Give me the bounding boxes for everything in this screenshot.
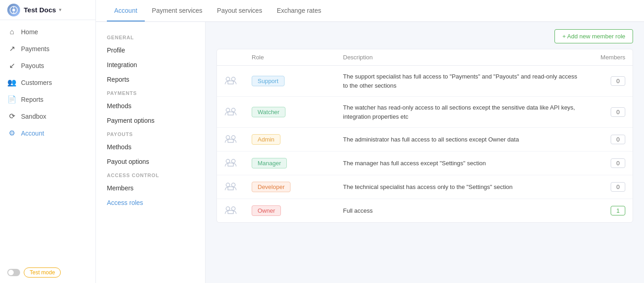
role-count-cell-support: 0 [580, 76, 625, 86]
svg-point-9 [232, 136, 235, 139]
sidebar-item-home[interactable]: ⌂Home [0, 24, 95, 40]
test-mode-toggle-wrap: Test mode [7, 267, 88, 278]
sidebar-footer: Test mode [0, 262, 95, 283]
add-new-member-role-button[interactable]: + Add new member role [554, 29, 633, 43]
role-icon-owner [224, 205, 252, 216]
tab-account[interactable]: Account [107, 0, 145, 21]
chevron-down-icon: ▾ [59, 7, 62, 13]
sidebar-item-payouts[interactable]: ↙Payouts [0, 57, 95, 74]
table-row: OwnerFull access1 [217, 199, 633, 222]
role-badge-support: Support [252, 76, 285, 86]
role-description-manager: The manager has full access except "Sett… [343, 159, 580, 168]
svg-point-8 [226, 136, 230, 139]
role-description-support: The support specialist has full access t… [343, 72, 580, 90]
role-count-manager: 0 [611, 158, 625, 168]
table-row: WatcherThe watcher has read-only access … [217, 97, 633, 128]
panel-header: + Add new member role [216, 29, 633, 43]
role-badge-cell-admin: Admin [252, 134, 343, 145]
menu-item-integration[interactable]: Integration [96, 58, 205, 72]
menu-item-access-roles[interactable]: Access roles [96, 195, 205, 210]
menu-item-members[interactable]: Members [96, 181, 205, 195]
col-members: Members [580, 54, 625, 61]
svg-point-10 [226, 159, 230, 163]
menu-section-label-access-control: ACCESS CONTROL [96, 169, 205, 181]
role-badge-owner: Owner [252, 205, 281, 216]
role-description-watcher: The watcher has read-only access to all … [343, 103, 580, 121]
col-icon [224, 54, 252, 61]
role-count-watcher: 0 [611, 107, 625, 117]
table-row: ManagerThe manager has full access excep… [217, 152, 633, 175]
role-count-admin: 0 [611, 135, 625, 144]
account-icon: ⚙ [7, 129, 16, 137]
home-icon: ⌂ [7, 28, 16, 36]
svg-point-1 [12, 9, 15, 11]
sidebar-item-sandbox[interactable]: ⟳Sandbox [0, 108, 95, 125]
role-badge-cell-developer: Developer [252, 182, 343, 192]
test-mode-toggle[interactable] [7, 269, 20, 276]
role-badge-watcher: Watcher [252, 107, 285, 117]
svg-point-4 [226, 77, 230, 81]
roles-table: Role Description Members SupportThe supp… [216, 49, 633, 223]
tab-payment-services[interactable]: Payment services [145, 0, 210, 21]
sandbox-icon: ⟳ [7, 112, 16, 121]
svg-point-11 [232, 159, 235, 163]
menu-section-label-payments: PAYMENTS [96, 87, 205, 99]
role-count-cell-admin: 0 [580, 135, 625, 144]
sidebar-header[interactable]: Test Docs ▾ [0, 0, 95, 20]
menu-section-label-general: GENERAL [96, 31, 205, 43]
svg-point-6 [226, 108, 230, 112]
svg-point-14 [226, 207, 230, 210]
payments-icon: ↗ [7, 44, 16, 53]
content-area: GENERALProfileIntegrationReportsPAYMENTS… [96, 22, 644, 283]
menu-section-label-payouts: PAYOUTS [96, 128, 205, 140]
sidebar-item-customers[interactable]: 👥Customers [0, 74, 95, 91]
role-badge-cell-support: Support [252, 76, 343, 86]
role-icon-watcher [224, 107, 252, 117]
role-description-owner: Full access [343, 206, 580, 215]
table-row: DeveloperThe technical specialist has ac… [217, 175, 633, 199]
role-count-owner: 1 [611, 206, 625, 215]
role-badge-admin: Admin [252, 134, 280, 145]
reports-icon: 📄 [7, 95, 16, 104]
table-body: SupportThe support specialist has full a… [217, 66, 633, 222]
svg-point-13 [232, 183, 235, 187]
menu-item-payout-options[interactable]: Payout options [96, 154, 205, 169]
right-panel: + Add new member role Role Description M… [206, 22, 644, 283]
table-row: SupportThe support specialist has full a… [217, 66, 633, 97]
role-description-admin: The administrator has full access to all… [343, 135, 580, 144]
menu-item-profile[interactable]: Profile [96, 43, 205, 58]
sidebar-item-account[interactable]: ⚙Account [0, 125, 95, 142]
svg-point-12 [226, 183, 230, 187]
sidebar-nav: ⌂Home↗Payments↙Payouts👥Customers📄Reports… [0, 20, 95, 262]
main-content: AccountPayment servicesPayout servicesEx… [96, 0, 644, 283]
role-description-developer: The technical specialist has access only… [343, 183, 580, 192]
role-icon-support [224, 76, 252, 86]
sidebar: Test Docs ▾ ⌂Home↗Payments↙Payouts👥Custo… [0, 0, 96, 283]
svg-point-7 [232, 108, 235, 112]
role-badge-developer: Developer [252, 182, 290, 192]
sidebar-title: Test Docs [24, 6, 56, 14]
role-count-cell-developer: 0 [580, 182, 625, 192]
role-icon-developer [224, 182, 252, 192]
test-mode-button[interactable]: Test mode [24, 267, 61, 278]
role-badge-cell-owner: Owner [252, 205, 343, 216]
role-icon-manager [224, 158, 252, 168]
sidebar-logo [7, 4, 20, 16]
role-count-support: 0 [611, 76, 625, 86]
menu-item-payout-methods[interactable]: Methods [96, 140, 205, 154]
menu-item-pay-methods[interactable]: Methods [96, 99, 205, 113]
role-badge-manager: Manager [252, 158, 287, 168]
sidebar-item-reports[interactable]: 📄Reports [0, 91, 95, 108]
sidebar-item-payments[interactable]: ↗Payments [0, 40, 95, 57]
role-badge-cell-manager: Manager [252, 158, 343, 168]
svg-point-5 [232, 77, 235, 81]
menu-item-reports[interactable]: Reports [96, 72, 205, 87]
menu-item-pay-options[interactable]: Payment options [96, 113, 205, 128]
payouts-icon: ↙ [7, 61, 16, 70]
tab-exchange-rates[interactable]: Exchange rates [269, 0, 328, 21]
left-menu: GENERALProfileIntegrationReportsPAYMENTS… [96, 22, 206, 283]
tab-payout-services[interactable]: Payout services [210, 0, 269, 21]
role-count-cell-owner: 1 [580, 206, 625, 215]
table-header: Role Description Members [217, 49, 633, 66]
col-role: Role [252, 54, 343, 61]
